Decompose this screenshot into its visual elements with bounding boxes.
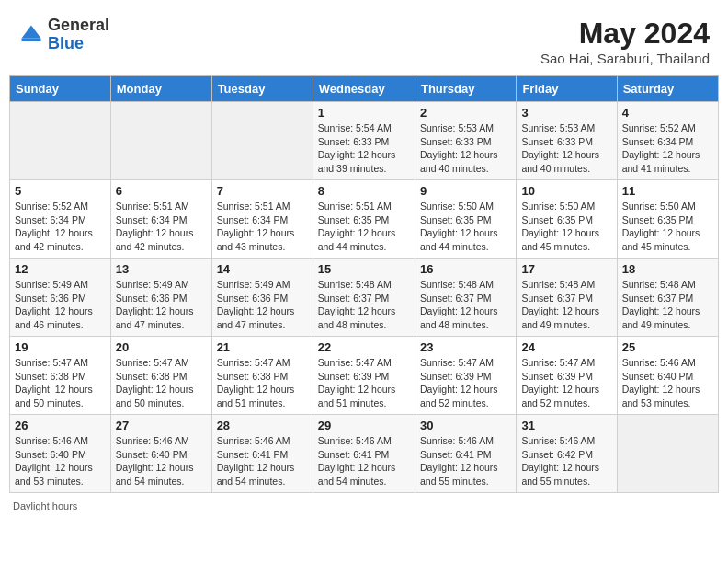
calendar-cell: 5Sunrise: 5:52 AMSunset: 6:34 PMDaylight… bbox=[10, 180, 111, 259]
calendar-cell: 6Sunrise: 5:51 AMSunset: 6:34 PMDaylight… bbox=[110, 180, 211, 259]
calendar-cell: 17Sunrise: 5:48 AMSunset: 6:37 PMDayligh… bbox=[517, 259, 617, 337]
day-number: 19 bbox=[15, 340, 106, 354]
day-info: Sunrise: 5:46 AMSunset: 6:42 PMDaylight:… bbox=[521, 434, 611, 488]
calendar-cell: 11Sunrise: 5:50 AMSunset: 6:35 PMDayligh… bbox=[617, 180, 718, 259]
calendar-cell: 18Sunrise: 5:48 AMSunset: 6:37 PMDayligh… bbox=[617, 259, 718, 337]
day-header-thursday: Thursday bbox=[415, 76, 516, 102]
day-info: Sunrise: 5:47 AMSunset: 6:38 PMDaylight:… bbox=[15, 356, 106, 410]
day-info: Sunrise: 5:49 AMSunset: 6:36 PMDaylight:… bbox=[15, 278, 106, 332]
calendar-week-5: 26Sunrise: 5:46 AMSunset: 6:40 PMDayligh… bbox=[10, 415, 719, 493]
day-info: Sunrise: 5:52 AMSunset: 6:34 PMDaylight:… bbox=[622, 121, 713, 176]
day-info: Sunrise: 5:46 AMSunset: 6:40 PMDaylight:… bbox=[15, 434, 106, 488]
day-number: 18 bbox=[622, 262, 713, 276]
calendar-cell: 16Sunrise: 5:48 AMSunset: 6:37 PMDayligh… bbox=[415, 259, 516, 337]
day-number: 9 bbox=[420, 184, 511, 198]
calendar-week-4: 19Sunrise: 5:47 AMSunset: 6:38 PMDayligh… bbox=[10, 337, 719, 415]
day-info: Sunrise: 5:50 AMSunset: 6:35 PMDaylight:… bbox=[420, 200, 511, 254]
logo: General Blue bbox=[18, 17, 109, 53]
day-number: 2 bbox=[420, 106, 511, 120]
day-number: 5 bbox=[15, 184, 106, 198]
day-number: 10 bbox=[521, 184, 611, 198]
calendar-cell: 23Sunrise: 5:47 AMSunset: 6:39 PMDayligh… bbox=[415, 337, 516, 415]
calendar-cell: 22Sunrise: 5:47 AMSunset: 6:39 PMDayligh… bbox=[313, 337, 415, 415]
calendar-cell: 25Sunrise: 5:46 AMSunset: 6:40 PMDayligh… bbox=[617, 337, 718, 415]
calendar-cell: 7Sunrise: 5:51 AMSunset: 6:34 PMDaylight… bbox=[211, 180, 313, 259]
calendar-cell: 14Sunrise: 5:49 AMSunset: 6:36 PMDayligh… bbox=[211, 259, 313, 337]
day-info: Sunrise: 5:47 AMSunset: 6:38 PMDaylight:… bbox=[217, 356, 308, 410]
day-info: Sunrise: 5:50 AMSunset: 6:35 PMDaylight:… bbox=[622, 200, 713, 254]
calendar-cell: 10Sunrise: 5:50 AMSunset: 6:35 PMDayligh… bbox=[517, 180, 617, 259]
day-number: 16 bbox=[420, 262, 511, 276]
day-info: Sunrise: 5:49 AMSunset: 6:36 PMDaylight:… bbox=[217, 278, 308, 332]
day-number: 21 bbox=[217, 340, 308, 354]
day-info: Sunrise: 5:51 AMSunset: 6:35 PMDaylight:… bbox=[318, 200, 410, 254]
day-number: 13 bbox=[116, 262, 207, 276]
day-number: 15 bbox=[318, 262, 410, 276]
calendar-cell bbox=[211, 102, 313, 180]
calendar-cell: 20Sunrise: 5:47 AMSunset: 6:38 PMDayligh… bbox=[110, 337, 211, 415]
day-number: 28 bbox=[217, 419, 308, 432]
day-info: Sunrise: 5:46 AMSunset: 6:41 PMDaylight:… bbox=[217, 434, 308, 488]
calendar-cell: 21Sunrise: 5:47 AMSunset: 6:38 PMDayligh… bbox=[211, 337, 313, 415]
day-header-wednesday: Wednesday bbox=[313, 76, 415, 102]
day-number: 11 bbox=[622, 184, 713, 198]
day-header-tuesday: Tuesday bbox=[211, 76, 313, 102]
calendar-cell: 4Sunrise: 5:52 AMSunset: 6:34 PMDaylight… bbox=[617, 102, 718, 180]
day-number: 31 bbox=[521, 419, 611, 432]
day-header-saturday: Saturday bbox=[617, 76, 718, 102]
day-number: 1 bbox=[318, 106, 410, 120]
day-number: 22 bbox=[318, 340, 410, 354]
day-number: 4 bbox=[622, 106, 713, 120]
footer-text: Daylight hours bbox=[13, 500, 77, 511]
calendar-cell: 12Sunrise: 5:49 AMSunset: 6:36 PMDayligh… bbox=[10, 259, 111, 337]
day-info: Sunrise: 5:53 AMSunset: 6:33 PMDaylight:… bbox=[521, 121, 611, 176]
day-number: 6 bbox=[116, 184, 207, 198]
calendar-cell: 19Sunrise: 5:47 AMSunset: 6:38 PMDayligh… bbox=[10, 337, 111, 415]
svg-marker-0 bbox=[22, 25, 41, 38]
day-info: Sunrise: 5:48 AMSunset: 6:37 PMDaylight:… bbox=[521, 278, 611, 332]
day-number: 23 bbox=[420, 340, 511, 354]
calendar-cell: 27Sunrise: 5:46 AMSunset: 6:40 PMDayligh… bbox=[110, 415, 211, 493]
day-number: 7 bbox=[217, 184, 308, 198]
day-number: 26 bbox=[15, 419, 106, 432]
logo-general: General bbox=[48, 16, 109, 34]
logo-text: General Blue bbox=[48, 17, 109, 53]
day-number: 3 bbox=[521, 106, 611, 120]
calendar-cell bbox=[110, 102, 211, 180]
day-header-friday: Friday bbox=[517, 76, 617, 102]
day-number: 17 bbox=[521, 262, 611, 276]
day-number: 20 bbox=[116, 340, 207, 354]
day-number: 14 bbox=[217, 262, 308, 276]
calendar-cell: 9Sunrise: 5:50 AMSunset: 6:35 PMDaylight… bbox=[415, 180, 516, 259]
logo-icon bbox=[18, 22, 44, 48]
calendar-cell: 13Sunrise: 5:49 AMSunset: 6:36 PMDayligh… bbox=[110, 259, 211, 337]
calendar-table: SundayMondayTuesdayWednesdayThursdayFrid… bbox=[9, 75, 719, 493]
calendar-week-3: 12Sunrise: 5:49 AMSunset: 6:36 PMDayligh… bbox=[10, 259, 719, 337]
calendar-cell: 31Sunrise: 5:46 AMSunset: 6:42 PMDayligh… bbox=[517, 415, 617, 493]
calendar-cell: 3Sunrise: 5:53 AMSunset: 6:33 PMDaylight… bbox=[517, 102, 617, 180]
day-info: Sunrise: 5:46 AMSunset: 6:40 PMDaylight:… bbox=[116, 434, 207, 488]
day-info: Sunrise: 5:46 AMSunset: 6:41 PMDaylight:… bbox=[420, 434, 511, 488]
day-number: 25 bbox=[622, 340, 713, 354]
calendar-cell bbox=[10, 102, 111, 180]
logo-blue: Blue bbox=[48, 34, 84, 52]
day-number: 29 bbox=[318, 419, 410, 432]
calendar-week-2: 5Sunrise: 5:52 AMSunset: 6:34 PMDaylight… bbox=[10, 180, 719, 259]
calendar-cell: 29Sunrise: 5:46 AMSunset: 6:41 PMDayligh… bbox=[313, 415, 415, 493]
subtitle: Sao Hai, Saraburi, Thailand bbox=[540, 51, 710, 66]
calendar-cell: 24Sunrise: 5:47 AMSunset: 6:39 PMDayligh… bbox=[517, 337, 617, 415]
day-info: Sunrise: 5:49 AMSunset: 6:36 PMDaylight:… bbox=[116, 278, 207, 332]
day-header-monday: Monday bbox=[110, 76, 211, 102]
main-title: May 2024 bbox=[540, 17, 710, 51]
day-number: 8 bbox=[318, 184, 410, 198]
day-info: Sunrise: 5:48 AMSunset: 6:37 PMDaylight:… bbox=[420, 278, 511, 332]
svg-rect-1 bbox=[22, 38, 41, 41]
day-number: 27 bbox=[116, 419, 207, 432]
day-info: Sunrise: 5:51 AMSunset: 6:34 PMDaylight:… bbox=[217, 200, 308, 254]
day-info: Sunrise: 5:52 AMSunset: 6:34 PMDaylight:… bbox=[15, 200, 106, 254]
calendar-cell: 28Sunrise: 5:46 AMSunset: 6:41 PMDayligh… bbox=[211, 415, 313, 493]
calendar-cell: 8Sunrise: 5:51 AMSunset: 6:35 PMDaylight… bbox=[313, 180, 415, 259]
day-number: 12 bbox=[15, 262, 106, 276]
day-info: Sunrise: 5:47 AMSunset: 6:39 PMDaylight:… bbox=[420, 356, 511, 410]
day-info: Sunrise: 5:53 AMSunset: 6:33 PMDaylight:… bbox=[420, 121, 511, 176]
